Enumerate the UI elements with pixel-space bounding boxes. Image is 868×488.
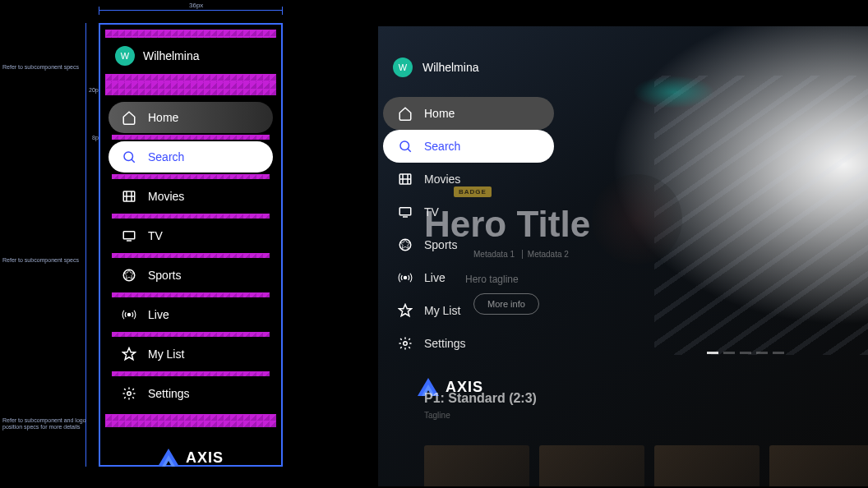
carousel-dots[interactable]	[707, 352, 784, 354]
home-icon	[398, 106, 413, 121]
thumbnail-row	[424, 445, 868, 486]
svg-point-11	[400, 141, 409, 150]
svg-rect-6	[123, 232, 135, 239]
search-icon	[122, 150, 136, 164]
nav-label: Home	[148, 111, 178, 124]
svg-point-8	[123, 269, 135, 281]
carousel-dot[interactable]	[707, 352, 718, 354]
background-sign	[592, 174, 682, 265]
spacing-stripe	[112, 371, 270, 376]
svg-point-10	[127, 392, 132, 396]
gear-icon	[398, 336, 413, 351]
thumbnail-card[interactable]	[769, 445, 868, 486]
spacing-stripe	[112, 253, 270, 258]
spacing-stripe	[112, 135, 270, 140]
sports-icon	[398, 237, 413, 252]
profile-row[interactable]: W Wilhelmina	[383, 51, 554, 97]
dimension-label-top: 36px	[189, 2, 203, 9]
avatar: W	[115, 46, 135, 66]
spec-annotation-2: Refer to subcomponent specs	[2, 257, 93, 264]
hero-meta-2: Metadata 2	[522, 250, 574, 259]
thumbnail-card[interactable]	[654, 445, 760, 486]
nav-item-settings[interactable]: Settings	[383, 327, 554, 360]
spacing-stripe	[105, 82, 276, 95]
profile-name: Wilhelmina	[422, 61, 478, 74]
profile-name: Wilhelmina	[143, 49, 199, 62]
svg-point-19	[399, 239, 411, 251]
nav-item-mylist[interactable]: My List	[108, 338, 273, 370]
nav-label: My List	[148, 348, 184, 361]
live-preview: W Wilhelmina Home Search Movies TV Sport…	[378, 26, 868, 486]
background-deco	[654, 76, 868, 355]
spacing-stripe	[112, 292, 270, 297]
svg-point-20	[404, 277, 407, 279]
live-icon	[398, 270, 413, 285]
svg-point-9	[128, 314, 131, 316]
logo-mark-icon	[158, 449, 179, 467]
tv-icon	[122, 228, 136, 243]
hero-badge: BADGE	[454, 186, 492, 197]
row-tagline: Tagline	[424, 411, 450, 420]
star-icon	[398, 303, 413, 318]
spacing-stripe	[112, 174, 270, 179]
nav-item-home[interactable]: Home	[108, 102, 273, 133]
spec-annotation-3: Refer to subcomponent and logo position …	[2, 417, 93, 431]
logo-text: AXIS	[186, 449, 224, 467]
nav-label: TV	[148, 229, 163, 242]
nav-list: Home Search Movies TV	[105, 95, 276, 409]
nav-item-sports[interactable]: Sports	[108, 260, 273, 291]
live-icon	[122, 307, 136, 322]
nav-item-search[interactable]: Search	[383, 130, 554, 163]
nav-label: Settings	[148, 387, 190, 400]
movies-icon	[122, 189, 136, 204]
thumbnail-card[interactable]	[539, 445, 644, 486]
sports-icon	[122, 268, 136, 283]
nav-item-settings[interactable]: Settings	[108, 378, 273, 409]
svg-point-0	[124, 152, 133, 161]
more-info-button[interactable]: More info	[473, 293, 539, 315]
nav-label: Sports	[148, 269, 181, 282]
svg-point-21	[404, 342, 408, 346]
nav-label: Settings	[424, 337, 466, 350]
nav-label: Search	[424, 140, 460, 153]
carousel-dot[interactable]	[740, 352, 751, 354]
background-glow	[633, 76, 715, 108]
thumbnail-card[interactable]	[424, 445, 529, 486]
nav-item-search[interactable]: Search	[108, 141, 273, 173]
carousel-dot[interactable]	[723, 352, 735, 354]
spec-annotation-1: Refer to subcomponent specs	[2, 64, 93, 71]
dimension-guide-left	[85, 23, 86, 467]
row-title: P1: Standard (2:3)	[424, 391, 537, 406]
spacing-stripe	[105, 414, 276, 427]
svg-line-1	[132, 159, 135, 163]
hero-metadata: Metadata 1 Metadata 2	[469, 250, 590, 259]
svg-line-12	[408, 149, 411, 152]
spacing-stripe	[112, 332, 270, 337]
svg-rect-17	[399, 208, 411, 215]
home-icon	[122, 110, 136, 125]
nav-item-movies[interactable]: Movies	[108, 181, 273, 212]
hero-meta-1: Metadata 1	[469, 250, 519, 259]
carousel-dot[interactable]	[756, 352, 768, 354]
avatar: W	[393, 58, 413, 77]
nav-label: Movies	[148, 190, 184, 203]
nav-item-tv[interactable]: TV	[108, 220, 273, 251]
search-icon	[398, 139, 413, 154]
nav-label: Search	[148, 150, 184, 163]
nav-label: Home	[424, 107, 455, 120]
tv-icon	[398, 205, 413, 219]
spec-sidebar: W Wilhelmina Home Search Movies	[99, 23, 283, 467]
carousel-dot[interactable]	[773, 352, 784, 354]
spacing-stripe	[112, 214, 270, 219]
movies-icon	[398, 172, 413, 186]
nav-item-live[interactable]: Live	[108, 299, 273, 330]
hero-title: Hero Title	[424, 204, 590, 245]
brand-logo: AXIS	[105, 434, 276, 481]
nav-item-home[interactable]: Home	[383, 97, 554, 130]
hero-section: BADGE Hero Title Metadata 1 Metadata 2 H…	[424, 182, 590, 315]
hero-tagline: Hero tagline	[465, 274, 590, 285]
profile-row[interactable]: W Wilhelmina	[105, 38, 276, 74]
gear-icon	[122, 386, 136, 401]
spacing-stripe	[105, 30, 276, 38]
dimension-guide-top	[99, 10, 283, 11]
